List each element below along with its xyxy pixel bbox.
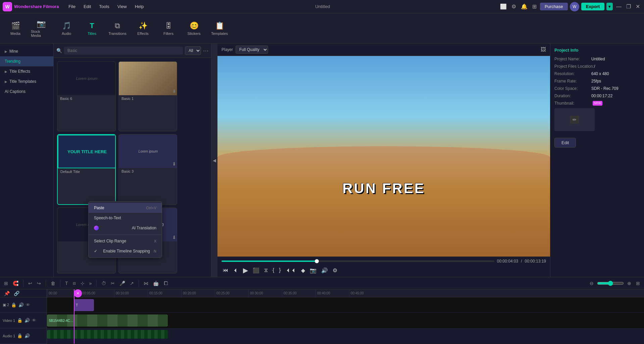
timeline-undo-button[interactable]: ↩ bbox=[27, 280, 34, 287]
track2-eye-button[interactable]: 👁 bbox=[26, 302, 30, 307]
context-menu-speech-to-text[interactable]: Speech-to-Text bbox=[89, 213, 162, 223]
toolbar-transitions[interactable]: ⧉ Transitions bbox=[105, 15, 130, 42]
minimize-button[interactable]: ⬜ bbox=[499, 3, 508, 10]
export-dropdown-button[interactable]: ▾ bbox=[606, 3, 613, 10]
timeline-pin-button[interactable]: 📌 bbox=[3, 290, 11, 297]
toolbar-filters[interactable]: 🎛 Filters bbox=[156, 15, 181, 42]
toolbar-media[interactable]: 🎬 Media bbox=[3, 15, 28, 42]
video1-eye-button[interactable]: 👁 bbox=[32, 318, 36, 323]
title-clip[interactable]: T bbox=[74, 299, 94, 311]
timeline-add-track-button[interactable]: ⊞ bbox=[3, 280, 9, 287]
toolbar-titles[interactable]: T Titles bbox=[80, 15, 104, 42]
export-button[interactable]: Export bbox=[581, 3, 604, 10]
asset-card-default-title[interactable]: YOUR TITLE HERE Default Title bbox=[57, 134, 116, 205]
timeline-split-btn2[interactable]: ⋈ bbox=[142, 280, 150, 287]
prev-marker-button[interactable]: ⏴⏴ bbox=[284, 267, 298, 274]
zoom-in-button[interactable]: ⊕ bbox=[626, 280, 633, 287]
timeline-pip-button[interactable]: ⧠ bbox=[162, 280, 169, 287]
settings-icon[interactable]: ⚙ bbox=[510, 3, 517, 10]
timeline-split-button[interactable]: ✂ bbox=[109, 280, 116, 287]
toolbar-stock-media[interactable]: 📷 Stock Media bbox=[29, 15, 53, 42]
timeline-ai-button[interactable]: ⊹ bbox=[79, 280, 86, 287]
grid-view-button[interactable]: ⊞ bbox=[635, 280, 641, 287]
audio1-lock-button[interactable]: 🔒 bbox=[17, 333, 22, 338]
progress-thumb[interactable] bbox=[315, 259, 319, 263]
audio-clip[interactable] bbox=[47, 330, 168, 339]
sidebar-item-mine[interactable]: ▶ Mine bbox=[0, 46, 53, 56]
asset-card-basic1[interactable]: ⬇ Basic 1 bbox=[118, 61, 177, 131]
toolbar-stickers[interactable]: 😊 Stickers bbox=[182, 15, 206, 42]
context-menu-ai-translation[interactable]: AI Translation bbox=[89, 223, 162, 233]
progress-track[interactable] bbox=[221, 261, 494, 262]
mark-out-button[interactable]: } bbox=[278, 267, 282, 274]
timeline-delete-button[interactable]: 🗑 bbox=[49, 280, 57, 287]
timeline-export-button[interactable]: ↗ bbox=[129, 280, 135, 287]
title-effects-arrow-icon: ▶ bbox=[5, 70, 7, 73]
menu-tools[interactable]: Tools bbox=[96, 3, 112, 10]
frame-back-button[interactable]: ⏴ bbox=[232, 267, 240, 274]
skip-back-button[interactable]: ⏮ bbox=[221, 267, 230, 274]
track2-lock-button[interactable]: 🔒 bbox=[11, 302, 16, 307]
timeline-mic-button[interactable]: 🎤 bbox=[118, 280, 127, 287]
menu-file[interactable]: File bbox=[66, 3, 78, 10]
timeline-speed-button[interactable]: ⏱ bbox=[100, 280, 107, 287]
window-close-button[interactable]: ✕ bbox=[634, 3, 641, 10]
sidebar-item-trending[interactable]: Trending bbox=[0, 56, 53, 66]
menu-view[interactable]: View bbox=[115, 3, 130, 10]
toolbar-templates[interactable]: 📋 Templates bbox=[207, 15, 232, 42]
settings-button[interactable]: ⚙ bbox=[331, 267, 339, 274]
purchase-button[interactable]: Purchase bbox=[540, 3, 568, 10]
project-info-tab[interactable]: Project Info bbox=[554, 48, 640, 53]
video1-audio-button[interactable]: 🔊 bbox=[24, 318, 30, 323]
play-button[interactable]: ▶ bbox=[242, 266, 249, 275]
thumbnail-edit-icon-button[interactable]: ✏ bbox=[570, 116, 579, 124]
edit-button[interactable]: Edit bbox=[554, 138, 576, 148]
ruler-mark-5: 00:25:00 bbox=[215, 289, 230, 297]
timeline-link-button[interactable]: 🔗 bbox=[12, 290, 21, 297]
context-menu-select-clip-range[interactable]: Select Clip Range X bbox=[89, 236, 162, 246]
context-menu-paste[interactable]: Paste Ctrl+V bbox=[89, 203, 162, 213]
collapse-panel-button[interactable]: ◀ bbox=[211, 44, 217, 277]
apps-icon[interactable]: ⊞ bbox=[531, 3, 538, 10]
timeline-redo-button[interactable]: ↪ bbox=[36, 280, 42, 287]
sidebar-item-ai-captions[interactable]: AI Captions bbox=[0, 87, 53, 97]
volume-button[interactable]: 🔊 bbox=[320, 267, 329, 274]
playhead[interactable] bbox=[74, 289, 75, 344]
user-avatar[interactable]: W bbox=[570, 2, 579, 11]
stop-button[interactable]: ⬛ bbox=[251, 267, 261, 274]
asset-card-basic3[interactable]: Lorem ipsum ⬇ Basic 3 bbox=[118, 134, 177, 205]
clip-button[interactable]: ⧖ bbox=[263, 267, 269, 274]
video-clip[interactable]: 5B1544B2-4C… bbox=[47, 314, 168, 327]
more-options-button[interactable]: ⋯ bbox=[203, 48, 208, 54]
quality-select[interactable]: Full Quality Half Quality bbox=[236, 46, 268, 54]
menu-edit[interactable]: Edit bbox=[81, 3, 94, 10]
mark-in-button[interactable]: { bbox=[271, 267, 276, 274]
sidebar-item-title-effects[interactable]: ▶ Title Effects bbox=[0, 66, 53, 76]
video1-lock-button[interactable]: 🔒 bbox=[17, 318, 22, 323]
audio1-audio-button[interactable]: 🔊 bbox=[24, 333, 30, 338]
asset-card-basic6[interactable]: Lorem ipsum Basic 6 bbox=[57, 61, 116, 131]
zoom-slider[interactable] bbox=[597, 281, 624, 286]
timeline-more-button[interactable]: » bbox=[88, 280, 93, 287]
screenshot-icon[interactable]: 🖼 bbox=[541, 47, 546, 53]
timeline-text-button[interactable]: T bbox=[64, 280, 69, 287]
context-menu-timeline-snapping[interactable]: ✓ Enable Timeline Snapping N bbox=[89, 246, 162, 256]
window-minimize-button[interactable]: — bbox=[615, 3, 623, 10]
timeline-content[interactable]: 00:00 00:05:00 00:10:00 00:15:00 00:20:0… bbox=[47, 289, 644, 344]
menu-help[interactable]: Help bbox=[132, 3, 147, 10]
timeline-crop-button[interactable]: ⧇ bbox=[71, 280, 77, 287]
search-input[interactable] bbox=[64, 47, 183, 55]
add-marker-button[interactable]: ◆ bbox=[300, 267, 306, 274]
window-restore-button[interactable]: ❐ bbox=[625, 3, 632, 10]
zoom-out-button[interactable]: ⊖ bbox=[588, 280, 595, 287]
sidebar-item-title-templates[interactable]: ▶ Title Templates bbox=[0, 76, 53, 87]
snapshot-button[interactable]: 📷 bbox=[308, 267, 318, 274]
notification-icon[interactable]: 🔔 bbox=[519, 3, 529, 10]
toolbar-audio[interactable]: 🎵 Audio bbox=[54, 15, 79, 42]
toolbar-effects[interactable]: ✨ Effects bbox=[131, 15, 155, 42]
track2-audio-button[interactable]: 🔊 bbox=[18, 302, 24, 307]
filter-select[interactable]: All bbox=[185, 46, 201, 55]
timeline-ai-clip-btn[interactable]: 🤖 bbox=[152, 280, 160, 287]
video-preview: RUN FREE bbox=[217, 56, 550, 256]
timeline-magnet-button[interactable]: 🧲 bbox=[11, 280, 20, 287]
